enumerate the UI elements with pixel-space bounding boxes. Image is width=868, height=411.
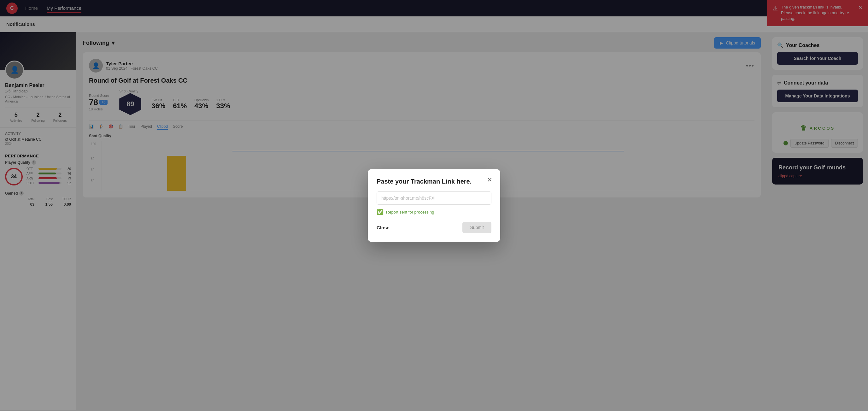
modal-close-button[interactable]: Close (377, 222, 390, 233)
modal-success-text: Report sent for processing (386, 210, 434, 215)
modal-title: Paste your Trackman Link here. (377, 178, 491, 185)
trackman-link-input[interactable] (377, 191, 491, 205)
modal-overlay[interactable]: Paste your Trackman Link here. ✕ ✅ Repor… (0, 0, 868, 410)
modal-close-icon[interactable]: ✕ (485, 176, 494, 184)
trackman-modal: Paste your Trackman Link here. ✕ ✅ Repor… (368, 169, 500, 242)
modal-submit-button[interactable]: Submit (462, 222, 491, 233)
modal-footer: Close Submit (377, 222, 491, 233)
modal-success-message: ✅ Report sent for processing (377, 209, 491, 215)
success-check-icon: ✅ (377, 209, 383, 215)
